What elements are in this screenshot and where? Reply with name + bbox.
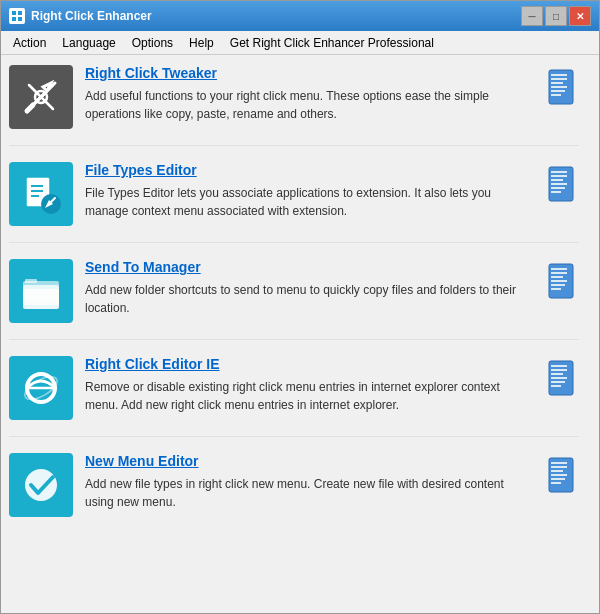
tool-icon-tweaker bbox=[9, 65, 73, 129]
tool-icon-new-menu bbox=[9, 453, 73, 517]
svg-rect-16 bbox=[551, 94, 561, 96]
content-area: Right Click Tweaker Add useful functions… bbox=[1, 55, 599, 613]
svg-rect-48 bbox=[551, 377, 567, 379]
svg-rect-47 bbox=[551, 373, 563, 375]
svg-rect-15 bbox=[551, 90, 565, 92]
tool-item-ie-editor: Right Click Editor IE Remove or disable … bbox=[9, 356, 579, 437]
svg-rect-35 bbox=[551, 268, 567, 270]
menu-help[interactable]: Help bbox=[181, 34, 222, 52]
svg-rect-14 bbox=[551, 86, 567, 88]
tool-text-ie-editor: Right Click Editor IE Remove or disable … bbox=[85, 356, 533, 414]
svg-rect-49 bbox=[551, 381, 565, 383]
svg-rect-33 bbox=[25, 279, 37, 283]
svg-rect-13 bbox=[551, 82, 563, 84]
menu-get-pro[interactable]: Get Right Click Enhancer Professional bbox=[222, 34, 442, 52]
tool-text-send-to: Send To Manager Add new folder shortcuts… bbox=[85, 259, 533, 317]
svg-rect-2 bbox=[12, 17, 16, 21]
tool-desc-new-menu: Add new file types in right click new me… bbox=[85, 475, 533, 511]
svg-rect-36 bbox=[551, 272, 567, 274]
tool-text-file-types: File Types Editor File Types Editor lets… bbox=[85, 162, 533, 220]
svg-rect-53 bbox=[551, 462, 567, 464]
svg-rect-25 bbox=[551, 175, 567, 177]
tool-item-tweaker: Right Click Tweaker Add useful functions… bbox=[9, 65, 579, 146]
window-icon bbox=[9, 8, 25, 24]
tool-desc-ie-editor: Remove or disable existing right click m… bbox=[85, 378, 533, 414]
main-window: Right Click Enhancer ─ □ ✕ Action Langua… bbox=[0, 0, 600, 614]
scroll-content[interactable]: Right Click Tweaker Add useful functions… bbox=[1, 55, 599, 613]
svg-rect-24 bbox=[551, 171, 567, 173]
svg-rect-26 bbox=[551, 179, 563, 181]
window-controls: ─ □ ✕ bbox=[521, 6, 591, 26]
svg-rect-32 bbox=[23, 281, 59, 301]
svg-rect-38 bbox=[551, 280, 567, 282]
svg-rect-54 bbox=[551, 466, 567, 468]
tool-title-ie-editor[interactable]: Right Click Editor IE bbox=[85, 356, 533, 372]
tool-title-new-menu[interactable]: New Menu Editor bbox=[85, 453, 533, 469]
svg-rect-3 bbox=[18, 17, 22, 21]
tool-action-file-types[interactable] bbox=[543, 162, 579, 206]
close-button[interactable]: ✕ bbox=[569, 6, 591, 26]
svg-rect-29 bbox=[551, 191, 561, 193]
tool-item-new-menu: New Menu Editor Add new file types in ri… bbox=[9, 453, 579, 533]
svg-rect-56 bbox=[551, 474, 567, 476]
maximize-button[interactable]: □ bbox=[545, 6, 567, 26]
menu-bar: Action Language Options Help Get Right C… bbox=[1, 31, 599, 55]
svg-rect-37 bbox=[551, 276, 563, 278]
svg-rect-12 bbox=[551, 78, 567, 80]
svg-rect-55 bbox=[551, 470, 563, 472]
menu-language[interactable]: Language bbox=[54, 34, 123, 52]
tool-desc-send-to: Add new folder shortcuts to send to menu… bbox=[85, 281, 533, 317]
svg-rect-57 bbox=[551, 478, 565, 480]
svg-rect-1 bbox=[18, 11, 22, 15]
tool-icon-send-to bbox=[9, 259, 73, 323]
tool-item-file-types: File Types Editor File Types Editor lets… bbox=[9, 162, 579, 243]
tool-title-tweaker[interactable]: Right Click Tweaker bbox=[85, 65, 533, 81]
window-title: Right Click Enhancer bbox=[31, 9, 521, 23]
tool-action-new-menu[interactable] bbox=[543, 453, 579, 497]
svg-rect-40 bbox=[551, 288, 561, 290]
menu-options[interactable]: Options bbox=[124, 34, 181, 52]
minimize-button[interactable]: ─ bbox=[521, 6, 543, 26]
svg-rect-46 bbox=[551, 369, 567, 371]
svg-rect-45 bbox=[551, 365, 567, 367]
tool-desc-file-types: File Types Editor lets you associate app… bbox=[85, 184, 533, 220]
tool-icon-file-types bbox=[9, 162, 73, 226]
tool-item-send-to: Send To Manager Add new folder shortcuts… bbox=[9, 259, 579, 340]
tool-text-tweaker: Right Click Tweaker Add useful functions… bbox=[85, 65, 533, 123]
tool-action-ie-editor[interactable] bbox=[543, 356, 579, 400]
svg-rect-0 bbox=[12, 11, 16, 15]
tool-text-new-menu: New Menu Editor Add new file types in ri… bbox=[85, 453, 533, 511]
tool-title-send-to[interactable]: Send To Manager bbox=[85, 259, 533, 275]
tool-action-tweaker[interactable] bbox=[543, 65, 579, 109]
svg-rect-39 bbox=[551, 284, 565, 286]
tool-title-file-types[interactable]: File Types Editor bbox=[85, 162, 533, 178]
svg-rect-11 bbox=[551, 74, 567, 76]
tool-desc-tweaker: Add useful functions to your right click… bbox=[85, 87, 533, 123]
menu-action[interactable]: Action bbox=[5, 34, 54, 52]
svg-rect-27 bbox=[551, 183, 567, 185]
tool-action-send-to[interactable] bbox=[543, 259, 579, 303]
title-bar: Right Click Enhancer ─ □ ✕ bbox=[1, 1, 599, 31]
svg-rect-58 bbox=[551, 482, 561, 484]
tool-icon-ie-editor bbox=[9, 356, 73, 420]
svg-rect-50 bbox=[551, 385, 561, 387]
svg-rect-28 bbox=[551, 187, 565, 189]
